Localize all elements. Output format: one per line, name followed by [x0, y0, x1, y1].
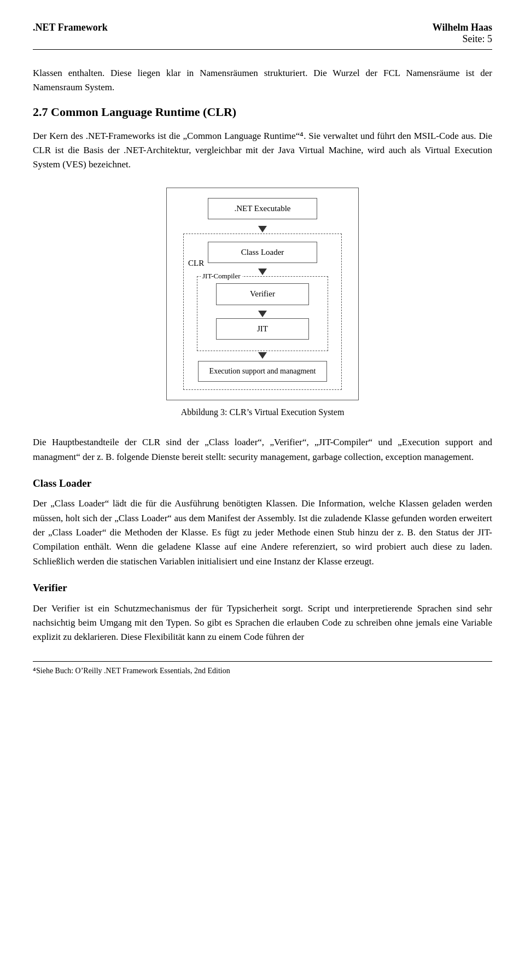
verifier-heading: Verifier — [33, 580, 492, 596]
net-executable-box: .NET Executable — [208, 198, 317, 219]
arrow-2 — [258, 269, 267, 275]
class-loader-heading: Class Loader — [33, 475, 492, 491]
footnote-text: ⁴Siehe Buch: O’Reilly .NET Framework Ess… — [33, 667, 230, 675]
main-content: Klassen enthalten. Diese liegen klar in … — [33, 66, 492, 676]
verifier-para-1: Der Verifier ist ein Schutzmechanismus d… — [33, 602, 492, 645]
clr-diagram: .NET Executable CLR Class Loader JIT-Com… — [166, 188, 359, 400]
exec-support-box: Execution support and managment — [198, 361, 328, 382]
intro-paragraph: Klassen enthalten. Diese liegen klar in … — [33, 66, 492, 95]
arrow-1 — [258, 226, 267, 232]
jit-compiler-label: JIT-Compiler — [201, 271, 242, 282]
clr-dashed-box: CLR Class Loader JIT-Compiler Verifier J… — [183, 234, 342, 389]
verifier-box: Verifier — [216, 283, 309, 305]
author-name: Wilhelm Haas — [433, 22, 492, 33]
document-title: .NET Framework — [33, 22, 108, 33]
clr-paragraph-1: Der Kern des .NET-Frameworks ist die „Co… — [33, 129, 492, 172]
arrow-4 — [258, 352, 267, 359]
class-loader-para-1: Der „Class Loader“ lädt die für die Ausf… — [33, 497, 492, 569]
page-header: .NET Framework Wilhelm Haas Seite: 5 — [33, 22, 492, 50]
footnote: ⁴Siehe Buch: O’Reilly .NET Framework Ess… — [33, 661, 492, 677]
arrow-3 — [258, 311, 267, 317]
clr-label: CLR — [188, 257, 204, 270]
figure-caption: Abbildung 3: CLR’s Virtual Execution Sys… — [181, 406, 345, 419]
class-loader-box: Class Loader — [208, 242, 317, 263]
jit-compiler-dashed-box: JIT-Compiler Verifier JIT — [197, 276, 328, 351]
diagram-container: .NET Executable CLR Class Loader JIT-Com… — [33, 188, 492, 429]
header-right: Wilhelm Haas Seite: 5 — [433, 22, 492, 45]
section-heading: 2.7 Common Language Runtime (CLR) — [33, 103, 492, 121]
page-number: Seite: 5 — [433, 33, 492, 45]
jit-box: JIT — [216, 318, 309, 340]
after-diagram-paragraph: Die Hauptbestandteile der CLR sind der „… — [33, 435, 492, 464]
